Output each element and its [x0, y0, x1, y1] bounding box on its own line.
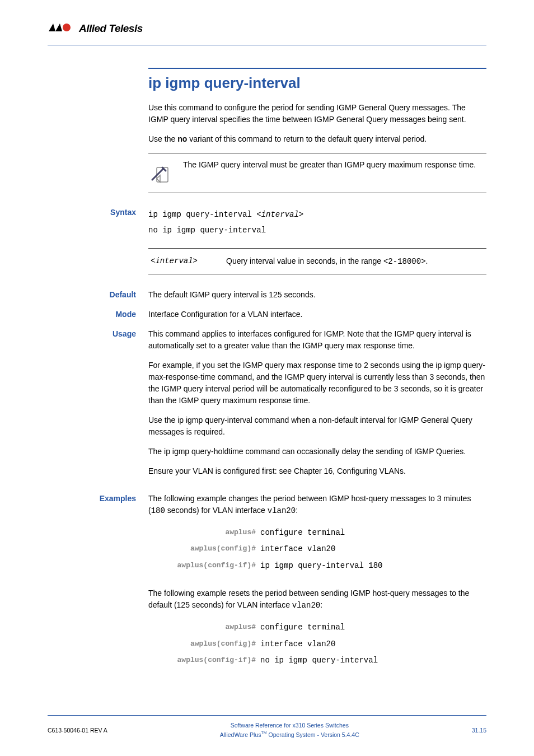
text: The [148, 447, 164, 456]
brand-logo: Allied Telesis [48, 22, 486, 35]
link-query-holdtime[interactable]: ip igmp query-holdtime [164, 447, 243, 456]
text: > [299, 210, 303, 219]
usage-content: This command applies to interfaces confi… [148, 328, 486, 485]
footer-reference-title: Software Reference for x310 Series Switc… [107, 721, 472, 730]
command-name: ip igmp query-interval [177, 416, 252, 424]
link-vlan-chapter[interactable]: Chapter 16, Configuring VLANs [294, 466, 404, 475]
mode-label: Mode [48, 309, 148, 320]
intro-paragraph-1: Use this command to configure the period… [148, 102, 486, 125]
footer-doc-id: C613-50046-01 REV A [48, 727, 107, 734]
usage-label: Usage [48, 328, 148, 485]
examples-intro-1: The following example changes the period… [148, 493, 486, 517]
cli-command: configure terminal [260, 619, 486, 636]
text: variant of this command to return to the… [187, 134, 427, 143]
usage-p5: Ensure your VLAN is configured first: se… [148, 465, 486, 477]
cli-prompt: awplus# [148, 619, 260, 636]
text: ip igmp query-interval < [148, 210, 261, 219]
usage-p1: This command applies to interfaces confi… [148, 328, 486, 352]
intro-paragraph-2: Use the no variant of this command to re… [148, 133, 486, 145]
syntax-line-1: ip igmp query-interval <interval> [148, 207, 486, 222]
usage-section: Usage This command applies to interfaces… [48, 328, 486, 485]
code-value: vlan20 [268, 506, 296, 515]
main-content: ip igmp query-interval Use this command … [0, 45, 534, 669]
cli-prompt: awplus# [148, 525, 260, 541]
examples-label: Examples [48, 493, 148, 517]
syntax-label: Syntax [48, 207, 148, 238]
cli-command: interface vlan20 [260, 636, 486, 652]
footer-grid: C613-50046-01 REV A Software Reference f… [48, 721, 486, 739]
cli-line: awplus# configure terminal [148, 619, 486, 636]
text: Ensure your VLAN is configured first: se… [148, 466, 294, 475]
cli-prompt: awplus(config-if)# [148, 652, 260, 669]
note-text: The IGMP query interval must be greater … [183, 158, 476, 171]
usage-p4: The ip igmp query-holdtime command can o… [148, 446, 486, 458]
note-icon [148, 161, 175, 188]
text: For example, if you set the IGMP query m… [148, 361, 435, 370]
code-value: 180 [151, 506, 165, 515]
cli-example-1: awplus# configure terminal awplus(config… [148, 525, 486, 574]
text: . [404, 466, 406, 475]
text: Use the [148, 134, 177, 143]
default-section: Default The default IGMP query interval … [48, 289, 486, 301]
default-content: The default IGMP query interval is 125 s… [148, 289, 486, 301]
parameter-table: <interval> Query interval value in secon… [148, 248, 486, 274]
examples-section: Examples The following example changes t… [48, 493, 486, 517]
trademark: TM [261, 731, 267, 735]
mode-section: Mode Interface Configuration for a VLAN … [48, 309, 486, 320]
text: : [320, 600, 322, 609]
text: : [296, 506, 298, 515]
usage-p2: For example, if you set the IGMP query m… [148, 360, 486, 407]
cli-command: configure terminal [260, 525, 486, 541]
footer-os-version: AlliedWare PlusTM Operating System - Ver… [107, 730, 472, 739]
page-footer: C613-50046-01 REV A Software Reference f… [48, 715, 486, 739]
text: Use the [148, 416, 177, 424]
brand-name: Allied Telesis [79, 22, 143, 35]
cli-line: awplus# configure terminal [148, 525, 486, 541]
cli-command: ip igmp query-interval 180 [260, 558, 486, 574]
parameter-row: <interval> Query interval value in secon… [148, 253, 486, 269]
usage-p3: Use the ip igmp query-interval command w… [148, 414, 486, 438]
footer-center: Software Reference for x310 Series Switc… [107, 721, 472, 739]
parameter-name: <interval> [151, 256, 226, 266]
examples-intro-2: The following example resets the period … [148, 587, 486, 612]
cli-line: awplus(config)# interface vlan20 [148, 636, 486, 652]
cli-line: awplus(config-if)# no ip igmp query-inte… [148, 652, 486, 669]
text: . [426, 256, 428, 265]
text: AlliedWare Plus [220, 731, 261, 738]
command-title: ip igmp query-interval [148, 74, 486, 92]
footer-page-number: 31.15 [472, 727, 486, 734]
cli-example-2: awplus# configure terminal awplus(config… [148, 619, 486, 669]
syntax-section: Syntax ip igmp query-interval <interval>… [48, 207, 486, 238]
syntax-line-2: no ip igmp query-interval [148, 222, 486, 238]
cli-prompt: awplus(config)# [148, 636, 260, 652]
note-block: The IGMP query interval must be greater … [148, 153, 486, 193]
parameter-description: Query interval value in seconds, in the … [226, 256, 484, 266]
syntax-param: interval [261, 210, 299, 219]
cli-prompt: awplus(config)# [148, 541, 260, 557]
text: Query interval value in seconds, in the … [226, 256, 383, 265]
page-header: Allied Telesis [0, 0, 534, 45]
default-label: Default [48, 289, 148, 301]
cli-command: interface vlan20 [260, 541, 486, 557]
brand-mark-icon [48, 22, 74, 35]
cli-line: awplus(config-if)# ip igmp query-interva… [148, 558, 486, 574]
text: seconds) for VLAN interface [165, 506, 268, 515]
text: Operating System - Version 5.4.4C [267, 731, 359, 738]
text: command can occasionally delay the sendi… [243, 447, 466, 456]
cli-line: awplus(config)# interface vlan20 [148, 541, 486, 557]
syntax-content: ip igmp query-interval <interval> no ip … [148, 207, 486, 238]
cli-prompt: awplus(config-if)# [148, 558, 260, 574]
svg-point-0 [63, 24, 71, 31]
cli-command: no ip igmp query-interval [260, 652, 486, 669]
title-block: ip igmp query-interval [148, 68, 486, 92]
param-range: <2-18000> [383, 257, 426, 266]
mode-content: Interface Configuration for a VLAN inter… [148, 309, 486, 320]
no-keyword: no [177, 134, 187, 143]
code-value: vlan20 [292, 601, 320, 610]
